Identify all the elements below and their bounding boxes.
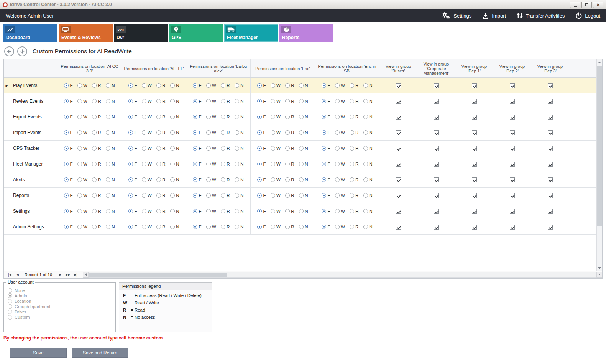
group-checkbox[interactable] — [434, 177, 439, 182]
permission-radio-F[interactable]: F — [64, 193, 72, 198]
permission-radio-N[interactable]: N — [170, 193, 179, 198]
group-checkbox[interactable] — [548, 209, 553, 214]
permission-radio-W[interactable]: W — [77, 162, 87, 166]
user-account-option[interactable]: None — [8, 288, 112, 293]
permission-radio-W[interactable]: W — [142, 162, 152, 166]
permission-radio-W[interactable]: W — [271, 146, 281, 151]
permission-radio-W[interactable]: W — [206, 115, 216, 119]
permission-radio-W[interactable]: W — [335, 225, 345, 229]
permission-radio-N[interactable]: N — [235, 193, 243, 198]
group-checkbox[interactable] — [434, 130, 439, 135]
permission-radio-F[interactable]: F — [322, 193, 330, 198]
permission-radio-W[interactable]: W — [271, 99, 281, 103]
permission-radio-R[interactable]: R — [350, 225, 358, 229]
save-button[interactable]: Save — [10, 348, 67, 358]
permission-radio-F[interactable]: F — [257, 193, 266, 198]
permission-radio-F[interactable]: F — [193, 193, 201, 198]
permission-radio-R[interactable]: R — [221, 146, 230, 151]
group-checkbox[interactable] — [472, 177, 477, 182]
permission-radio-F[interactable]: F — [257, 146, 266, 151]
permission-radio-F[interactable]: F — [193, 115, 201, 119]
permission-radio-R[interactable]: R — [285, 130, 294, 135]
permission-radio-R[interactable]: R — [221, 83, 230, 88]
permission-radio-F[interactable]: F — [64, 177, 72, 182]
permission-radio-R[interactable]: R — [156, 146, 165, 151]
permission-radio-N[interactable]: N — [363, 162, 372, 166]
permission-radio-W[interactable]: W — [335, 177, 345, 182]
permission-radio-W[interactable]: W — [335, 99, 345, 103]
permission-radio-N[interactable]: N — [106, 225, 115, 229]
permission-radio-W[interactable]: W — [335, 115, 345, 119]
permission-radio-W[interactable]: W — [206, 209, 216, 213]
import-button[interactable]: Import — [482, 12, 506, 19]
permission-radio-N[interactable]: N — [299, 177, 308, 182]
horizontal-scrollbar-thumb[interactable] — [89, 273, 227, 277]
permission-radio-N[interactable]: N — [363, 225, 372, 229]
group-checkbox[interactable] — [472, 99, 477, 104]
permission-radio-N[interactable]: N — [299, 130, 308, 135]
horizontal-scrollbar[interactable] — [83, 272, 602, 278]
permission-radio-F[interactable]: F — [128, 146, 137, 151]
permission-radio-N[interactable]: N — [299, 225, 308, 229]
collapse-button[interactable] — [17, 46, 27, 56]
group-checkbox[interactable] — [396, 209, 401, 214]
permission-radio-F[interactable]: F — [257, 99, 266, 103]
permission-radio-W[interactable]: W — [271, 225, 281, 229]
permission-radio-W[interactable]: W — [77, 209, 87, 213]
permission-radio-N[interactable]: N — [363, 115, 372, 119]
permission-radio-R[interactable]: R — [156, 193, 165, 198]
group-checkbox[interactable] — [510, 146, 515, 151]
permission-radio-F[interactable]: F — [64, 99, 72, 103]
permission-radio-R[interactable]: R — [285, 209, 294, 213]
group-checkbox[interactable] — [396, 115, 401, 120]
permission-radio-N[interactable]: N — [299, 146, 308, 151]
permission-radio-N[interactable]: N — [235, 83, 243, 88]
permission-radio-N[interactable]: N — [299, 193, 308, 198]
group-checkbox[interactable] — [472, 209, 477, 214]
permission-radio-F[interactable]: F — [64, 130, 72, 135]
permission-radio-F[interactable]: F — [322, 115, 330, 119]
permission-radio-F[interactable]: F — [128, 130, 137, 135]
permission-radio-R[interactable]: R — [350, 177, 358, 182]
permission-radio-F[interactable]: F — [257, 209, 266, 213]
permission-radio-F[interactable]: F — [322, 99, 330, 103]
settings-button[interactable]: Settings — [441, 12, 471, 20]
permission-radio-F[interactable]: F — [64, 162, 72, 166]
close-button[interactable] — [593, 2, 603, 8]
permission-radio-R[interactable]: R — [350, 193, 358, 198]
permission-radio-N[interactable]: N — [363, 146, 372, 151]
permission-radio-F[interactable]: F — [193, 162, 201, 166]
group-checkbox[interactable] — [548, 130, 553, 135]
permission-radio-F[interactable]: F — [257, 177, 266, 182]
permission-radio-N[interactable]: N — [106, 162, 115, 166]
permission-radio-N[interactable]: N — [170, 209, 179, 213]
permission-radio-F[interactable]: F — [193, 146, 201, 151]
save-and-return-button[interactable]: Save and Return — [72, 348, 128, 358]
vertical-scrollbar-track[interactable] — [597, 65, 602, 265]
permission-radio-N[interactable]: N — [235, 209, 243, 213]
permission-radio-W[interactable]: W — [142, 83, 152, 88]
group-checkbox[interactable] — [434, 146, 439, 151]
permission-radio-F[interactable]: F — [128, 225, 137, 229]
permission-radio-W[interactable]: W — [77, 225, 87, 229]
permission-radio-F[interactable]: F — [193, 130, 201, 135]
permission-radio-R[interactable]: R — [221, 209, 230, 213]
permission-radio-F[interactable]: F — [64, 225, 72, 229]
permission-radio-R[interactable]: R — [221, 99, 230, 103]
permission-radio-F[interactable]: F — [128, 209, 137, 213]
permission-radio-R[interactable]: R — [156, 130, 165, 135]
scroll-right-arrow-icon[interactable] — [596, 272, 602, 278]
group-checkbox[interactable] — [434, 162, 439, 167]
permission-radio-N[interactable]: N — [235, 146, 243, 151]
permission-radio-N[interactable]: N — [363, 130, 372, 135]
permission-radio-F[interactable]: F — [322, 146, 330, 151]
scroll-left-arrow-icon[interactable] — [83, 272, 89, 278]
permission-radio-W[interactable]: W — [206, 99, 216, 103]
permission-radio-W[interactable]: W — [142, 99, 152, 103]
permission-radio-F[interactable]: F — [64, 83, 72, 88]
permission-radio-F[interactable]: F — [257, 225, 266, 229]
permission-radio-N[interactable]: N — [106, 130, 115, 135]
group-checkbox[interactable] — [510, 115, 515, 120]
permission-radio-R[interactable]: R — [92, 162, 101, 166]
permission-radio-W[interactable]: W — [335, 193, 345, 198]
